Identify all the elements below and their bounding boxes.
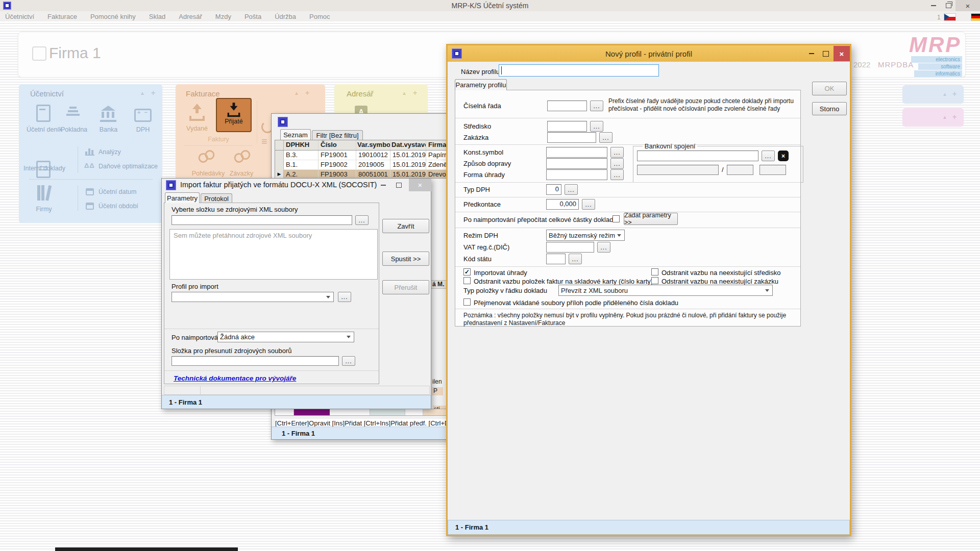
number-series-browse-button[interactable]: ... <box>590 101 603 111</box>
payables-icon[interactable] <box>233 148 252 164</box>
accounting-period-icon[interactable] <box>86 203 94 210</box>
menu-sklad[interactable]: Sklad <box>149 13 166 20</box>
menu-posta[interactable]: Pošta <box>244 13 261 20</box>
xml-drop-area[interactable]: Sem můžete přetáhnout zdrojové XML soubo… <box>169 229 378 280</box>
order-browse-button[interactable]: ... <box>599 132 612 143</box>
dialog-minimize-button[interactable] <box>805 47 818 60</box>
item-interni-doklady[interactable]: Interní doklady <box>19 165 70 172</box>
move-icon[interactable]: + <box>151 90 155 96</box>
vat-icon[interactable]: + − <box>134 109 152 122</box>
menu-pomocne-knihy[interactable]: Pomocné knihy <box>90 13 136 20</box>
tab-protokol[interactable]: Protokol <box>201 193 232 203</box>
profile-combo[interactable] <box>172 292 334 302</box>
remove-stock-checkbox[interactable] <box>463 277 471 284</box>
tab-parametry[interactable]: Parametry <box>165 192 200 203</box>
col-dat-vystave[interactable]: Dat.vystave <box>390 140 426 150</box>
tab-parametry-profilu[interactable]: Parametry profilu <box>455 79 507 90</box>
cash-icon[interactable] <box>66 107 80 116</box>
tab-seznam[interactable]: Seznam <box>280 129 311 140</box>
country-code-browse-button[interactable]: ... <box>569 254 582 264</box>
vat-type-browse-button[interactable]: ... <box>565 184 578 195</box>
remove-order-checkbox[interactable] <box>651 277 658 284</box>
item-ucetni-datum[interactable]: Účetní datum <box>99 188 136 195</box>
country-code-input[interactable] <box>546 254 566 264</box>
source-folder-browse-button[interactable]: ... <box>355 215 369 225</box>
import-maximize-button[interactable] <box>391 179 406 191</box>
bank-extra-input[interactable] <box>760 165 786 175</box>
collapse-up-icon[interactable]: ▲ <box>140 91 145 96</box>
bank-browse-button[interactable]: ... <box>762 151 775 161</box>
move-icon[interactable]: + <box>305 90 309 96</box>
col-cislo[interactable]: Číslo <box>318 140 356 150</box>
table-row-selected[interactable]: ▶ A.2. FP19003 80051001 15.01.2019 Drevo… <box>275 170 450 179</box>
item-ucetni-obdobi[interactable]: Účetní období <box>99 203 138 210</box>
journal-icon[interactable] <box>36 105 51 122</box>
dialog-maximize-button[interactable] <box>819 47 832 60</box>
item-zavazky[interactable]: Závazky <box>226 170 257 177</box>
tab-filtr[interactable]: Filtr [Bez filtru] <box>312 130 363 140</box>
precontation-browse-button[interactable]: ... <box>582 199 595 210</box>
payment-form-browse-button[interactable]: ... <box>610 169 624 180</box>
cancel-button[interactable]: Storno <box>812 102 847 115</box>
source-folder-input[interactable] <box>172 215 352 225</box>
center-browse-button[interactable]: ... <box>590 121 603 132</box>
remove-center-checkbox[interactable] <box>651 268 658 276</box>
vat-reg-input[interactable] <box>546 242 594 253</box>
vat-mode-combo[interactable]: Běžný tuzemský režim <box>546 230 625 241</box>
precontation-input[interactable]: 0,000 <box>546 199 579 210</box>
profile-browse-button[interactable]: ... <box>338 292 351 302</box>
abort-import-button[interactable]: Přerušit <box>382 280 429 294</box>
collapse-up-icon[interactable]: ▲ <box>294 91 299 96</box>
item-danove-optimalizace[interactable]: Daňové optimalizace <box>99 163 158 170</box>
vat-type-input[interactable]: 0 <box>546 184 561 195</box>
rename-checkbox[interactable] <box>463 298 471 306</box>
companies-icon[interactable] <box>37 184 48 201</box>
move-icon[interactable]: + <box>413 90 417 96</box>
taskbar-fragment[interactable] <box>55 547 238 551</box>
item-dph[interactable]: DPH <box>132 126 154 133</box>
collapse-up-icon[interactable]: ▲ <box>402 91 407 96</box>
item-type-combo[interactable]: Převzít z XML souboru <box>558 285 773 296</box>
accounting-date-icon[interactable] <box>86 188 94 195</box>
czech-flag-icon[interactable] <box>944 14 955 20</box>
dialog-close-button[interactable]: × <box>834 46 850 61</box>
menu-ucetnictvi[interactable]: Účetnictví <box>5 13 34 20</box>
german-flag-icon[interactable] <box>971 14 980 20</box>
payment-form-input[interactable] <box>546 169 607 180</box>
list-icon[interactable]: ≡ <box>261 136 267 146</box>
company-checkbox[interactable] <box>32 46 46 61</box>
invoices-out-icon[interactable] <box>187 103 207 123</box>
bank-icon[interactable] <box>100 106 117 122</box>
table-row[interactable]: B.3. FP19001 19010012 15.01.2019 Papírny <box>275 151 450 160</box>
close-import-button[interactable]: Zavřít <box>382 219 429 233</box>
receivables-icon[interactable] <box>197 148 216 164</box>
run-import-button[interactable]: Spustit >> <box>382 252 429 266</box>
main-close-button[interactable]: × <box>955 0 980 11</box>
after-import-combo[interactable]: Žádná akce <box>217 332 354 342</box>
item-vydane[interactable]: Vydané <box>182 125 212 132</box>
transport-input[interactable] <box>546 158 607 169</box>
panel-collapsed-blue[interactable]: ▲ + <box>902 85 964 104</box>
center-input[interactable] <box>547 121 587 132</box>
item-pohledavky[interactable]: Pohledávky <box>187 170 230 177</box>
menu-adresar[interactable]: Adresář <box>179 13 202 20</box>
item-firmy[interactable]: Firmy <box>26 206 62 213</box>
menu-fakturace[interactable]: Fakturace <box>47 13 77 20</box>
bank-account-input[interactable] <box>637 151 758 161</box>
const-symbol-browse-button[interactable]: ... <box>610 147 624 158</box>
number-series-input[interactable] <box>547 101 587 111</box>
import-payments-checkbox[interactable]: ✓ <box>463 268 471 276</box>
menu-mzdy[interactable]: Mzdy <box>215 13 231 20</box>
col-dphkh[interactable]: DPHKH <box>284 140 318 150</box>
invoices-in-button[interactable]: Přijaté <box>216 98 252 132</box>
bank-clear-icon[interactable]: × <box>778 151 789 161</box>
recalc-checkbox[interactable] <box>612 215 620 222</box>
item-analyzy[interactable]: Analýzy <box>99 148 121 156</box>
import-minimize-button[interactable] <box>376 179 390 191</box>
col-var-symbol[interactable]: Var.symbol <box>356 140 390 150</box>
vat-reg-browse-button[interactable]: ... <box>597 242 610 253</box>
move-folder-input[interactable] <box>172 356 339 366</box>
ok-button[interactable]: OK <box>812 82 847 95</box>
analyses-icon[interactable] <box>85 147 94 156</box>
move-folder-browse-button[interactable]: ... <box>342 356 355 366</box>
